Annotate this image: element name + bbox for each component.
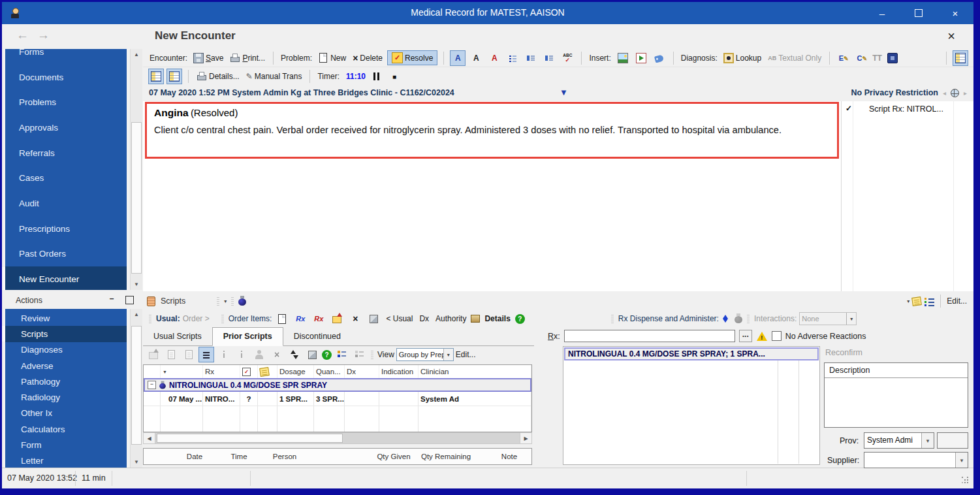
note-column-header[interactable]: Note (501, 453, 517, 460)
sidebar-item-past-orders[interactable]: Past Orders (5, 242, 127, 267)
sidebar-item-new-encounter[interactable]: New Encounter (5, 266, 127, 290)
problem-note-box[interactable]: Angina (Resolved) Client c/o central che… (145, 102, 839, 159)
scrollbar-thumb[interactable] (131, 122, 142, 274)
layout-toggle-button[interactable] (953, 50, 968, 66)
usual-toggle-button[interactable]: < Usual (384, 313, 415, 325)
scrollbar-thumb[interactable] (157, 434, 343, 443)
scroll-right-icon[interactable]: ▶ (520, 433, 531, 443)
sidebar-item-documents[interactable]: Documents (5, 65, 127, 90)
person-column-header[interactable]: Person (273, 453, 296, 460)
scroll-left-icon[interactable]: ◀ (144, 433, 155, 443)
sidebar-item-approvals[interactable]: Approvals (5, 115, 127, 140)
note-column-header[interactable] (258, 365, 277, 378)
bullet-list-button[interactable] (505, 50, 520, 66)
qty-given-column-header[interactable]: Qty Given (377, 453, 410, 460)
package-button[interactable] (366, 311, 381, 327)
help-icon[interactable]: ? (515, 314, 525, 324)
insert-tag-button[interactable] (652, 50, 667, 66)
edit-button[interactable]: Edit... (947, 296, 967, 306)
secure-button[interactable] (885, 50, 900, 66)
edit-list-button[interactable]: Edit... (456, 350, 476, 359)
package2-button[interactable] (304, 347, 320, 362)
remove-order-button[interactable]: × (347, 311, 363, 327)
timer-pause-button[interactable] (368, 69, 384, 84)
date-column-header[interactable]: Date (187, 453, 202, 460)
refresh-button[interactable] (287, 347, 302, 362)
authority-button[interactable]: Authority (434, 313, 468, 325)
scrollbar-track[interactable] (155, 433, 520, 443)
time-column-header[interactable]: Time (230, 453, 247, 460)
resolve-button[interactable]: ✓Resolve (387, 50, 437, 65)
rx-browse-button[interactable]: ... (739, 330, 752, 342)
pill-bottle-icon[interactable] (238, 296, 246, 306)
help-icon[interactable]: ? (322, 350, 332, 360)
scroll-up-icon[interactable]: ▲ (131, 311, 142, 317)
action-item-radiology[interactable]: Radiology (5, 389, 127, 405)
sidebar-item-problems[interactable]: Problems (5, 89, 127, 115)
delete-problem-button[interactable]: ×Delete (351, 52, 385, 64)
list-view-button[interactable] (198, 347, 214, 362)
next-record-icon[interactable]: ▸ (964, 89, 967, 97)
group-by-dropdown[interactable]: Group by Prepa ▾ (396, 348, 454, 361)
maximize-button[interactable] (900, 2, 937, 24)
dispense-arrows-icon[interactable] (721, 313, 732, 324)
font-grow-button[interactable]: A (468, 50, 484, 66)
group-list-button[interactable] (334, 347, 349, 362)
prev-record-icon[interactable]: ◂ (943, 89, 946, 97)
sidebar-item-forms[interactable]: Forms (5, 49, 127, 65)
tab-discontinued[interactable]: Discontinued (283, 328, 351, 345)
authority-column-header[interactable]: ✓ (240, 365, 258, 378)
actions-maximize-icon[interactable] (125, 296, 134, 304)
no-adverse-checkbox[interactable] (772, 331, 782, 341)
scroll-down-icon[interactable]: ▼ (131, 459, 142, 465)
table-group-row[interactable]: − NITROLINGUAL 0.4 MG/DOSE SPR SPRAY (144, 378, 531, 392)
back-arrow-icon[interactable]: ← (16, 28, 29, 42)
new-problem-button[interactable]: New (316, 52, 348, 64)
table-row[interactable]: 07 May ... NITRO... ? 1 SPR... 3 SPR... … (144, 392, 531, 406)
action-item-diagnoses[interactable]: Diagnoses (5, 342, 127, 358)
action-item-pathology[interactable]: Pathology (5, 374, 127, 389)
view-close-icon[interactable]: × (947, 29, 955, 44)
prov-extra-box[interactable] (937, 432, 968, 449)
encounter-expand-icon[interactable]: ▼ (560, 88, 568, 97)
font-shrink-button[interactable]: A (486, 50, 502, 66)
insert-image-button[interactable] (615, 50, 631, 66)
indent-button[interactable] (541, 50, 557, 66)
copy-template-button[interactable]: C✎ (854, 50, 870, 66)
qty-remaining-column-header[interactable]: Qty Remaining (421, 453, 471, 460)
quantity-column-header[interactable]: Quan... (314, 365, 345, 378)
dropdown-icon[interactable]: ▾ (921, 433, 934, 448)
outdent-button[interactable] (523, 50, 539, 66)
scroll-down-icon[interactable]: ▼ (131, 281, 142, 287)
selected-rx-row[interactable]: NITROLINGUAL 0.4 MG/DOSE SPR SPRAY; 1 SP… (564, 347, 819, 360)
sidebar-item-referrals[interactable]: Referrals (5, 140, 127, 166)
repeat-rx-button[interactable]: Rx (311, 311, 326, 327)
scrollbar-thumb[interactable] (131, 326, 142, 445)
sidebar-item-audit[interactable]: Audit (5, 191, 127, 216)
action-item-letter[interactable]: Letter (5, 453, 127, 468)
encounter-item-label[interactable]: Script Rx: NITROL... (869, 104, 943, 114)
close-button[interactable]: × (937, 2, 973, 24)
minimize-button[interactable]: – (864, 2, 900, 24)
action-item-form[interactable]: Form (5, 437, 127, 453)
print-button[interactable]: Print... (228, 52, 267, 65)
view-grid-1-button[interactable] (148, 69, 164, 84)
tab-prior-scripts[interactable]: Prior Scripts (212, 327, 283, 346)
action-item-other-ix[interactable]: Other Ix (5, 406, 127, 421)
supplier-dropdown[interactable]: ▾ (864, 452, 968, 468)
note-icon[interactable] (911, 296, 922, 306)
action-item-review[interactable]: Review (5, 310, 127, 326)
import-order-button[interactable] (329, 311, 345, 327)
rx-column-header[interactable]: Rx (203, 365, 240, 378)
sidebar-item-cases[interactable]: Cases (5, 165, 127, 191)
action-item-calculators[interactable]: Calculators (5, 421, 127, 437)
view-grid-2-button[interactable] (166, 69, 182, 84)
globe-icon[interactable] (951, 89, 959, 97)
dropdown-icon[interactable]: ▾ (224, 298, 227, 304)
tree-collapse-icon[interactable]: − (148, 381, 156, 389)
sidebar-scrollbar[interactable]: ▲ ▼ (130, 49, 142, 290)
actions-minimize-icon[interactable]: – (106, 294, 117, 304)
actions-scrollbar[interactable]: ▲ ▼ (130, 309, 142, 468)
dosage-column-header[interactable]: Dosage (277, 365, 314, 378)
edit-template-button[interactable]: E✎ (836, 50, 851, 66)
